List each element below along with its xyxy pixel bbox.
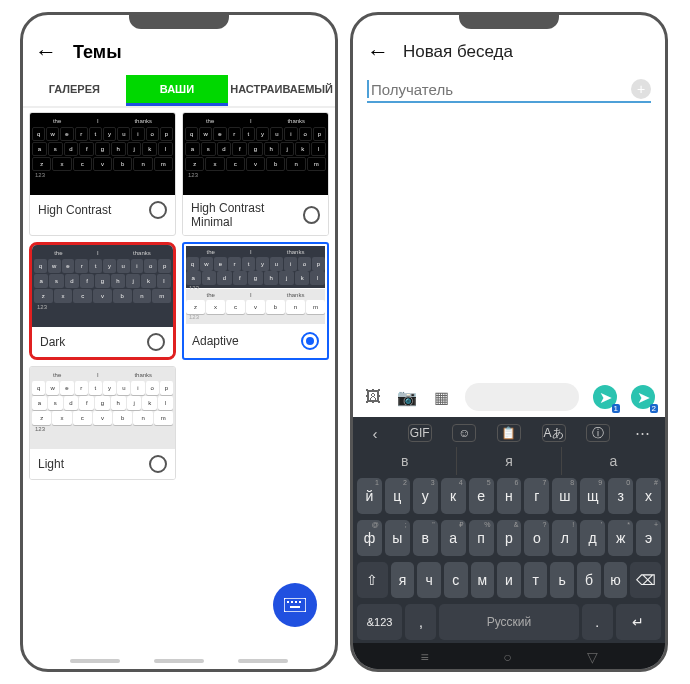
message-area [353, 105, 665, 377]
tab-yours[interactable]: ВАШИ [126, 75, 229, 106]
key-з[interactable]: з0 [608, 478, 633, 514]
compose-row: 🖼 📷 ▦ ➤1 ➤2 [353, 377, 665, 417]
key-ц[interactable]: ц2 [385, 478, 410, 514]
key-р[interactable]: р& [497, 520, 522, 556]
key-г[interactable]: г7 [524, 478, 549, 514]
prediction-1[interactable]: в [353, 447, 457, 475]
theme-radio[interactable] [301, 332, 319, 350]
key-row-4: &123 , Русский . ↵ [353, 601, 665, 643]
keyboard-fab[interactable] [273, 583, 317, 627]
prediction-row: в я а [353, 447, 665, 475]
theme-radio[interactable] [147, 333, 165, 351]
key-п[interactable]: п% [469, 520, 494, 556]
theme-radio[interactable] [303, 206, 320, 224]
more-icon[interactable]: ⋯ [631, 424, 655, 442]
enter-key[interactable]: ↵ [616, 604, 661, 640]
key-ю[interactable]: ю [604, 562, 628, 598]
theme-card-dark[interactable]: theIthanksqwertyuiopasdfghjklzxcvbnm123D… [29, 242, 176, 360]
recipient-field-row: + [367, 79, 651, 103]
send-sim2-button[interactable]: ➤2 [631, 385, 655, 409]
key-row-1: й1ц2у3к4е5н6г7ш8щ9з0х# [353, 475, 665, 517]
sticker-button[interactable]: ☺ [452, 424, 476, 442]
key-л[interactable]: л! [552, 520, 577, 556]
key-щ[interactable]: щ9 [580, 478, 605, 514]
recipient-input[interactable] [371, 81, 631, 98]
period-key[interactable]: . [582, 604, 613, 640]
symbols-key[interactable]: &123 [357, 604, 402, 640]
key-я[interactable]: я [391, 562, 415, 598]
key-в[interactable]: в" [413, 520, 438, 556]
gif-button[interactable]: GIF [408, 424, 432, 442]
key-ы[interactable]: ы; [385, 520, 410, 556]
key-ж[interactable]: ж* [608, 520, 633, 556]
apps-icon[interactable]: ▦ [431, 387, 451, 407]
key-х[interactable]: х# [636, 478, 661, 514]
key-е[interactable]: е5 [469, 478, 494, 514]
add-recipient-icon[interactable]: + [631, 79, 651, 99]
key-ч[interactable]: ч [417, 562, 441, 598]
theme-radio[interactable] [149, 201, 167, 219]
key-о[interactable]: о? [524, 520, 549, 556]
key-у[interactable]: у3 [413, 478, 438, 514]
nav-home[interactable]: ○ [503, 649, 511, 665]
translate-button[interactable]: Aあ [542, 424, 566, 442]
theme-card-light[interactable]: theIthanksqwertyuiopasdfghjklzxcvbnm123L… [29, 366, 176, 480]
message-input[interactable] [465, 383, 579, 411]
phone-screen-themes: ← Темы ГАЛЕРЕЯ ВАШИ НАСТРАИВАЕМЫЙ theIth… [20, 12, 338, 672]
key-й[interactable]: й1 [357, 478, 382, 514]
send-sim1-button[interactable]: ➤1 [593, 385, 617, 409]
notch [459, 15, 559, 29]
key-ш[interactable]: ш8 [552, 478, 577, 514]
theme-name: High Contrast Minimal [191, 201, 303, 229]
notch [129, 15, 229, 29]
nav-back[interactable]: ▽ [587, 649, 598, 665]
key-э[interactable]: э+ [636, 520, 661, 556]
key-и[interactable]: и [497, 562, 521, 598]
key-т[interactable]: т [524, 562, 548, 598]
nav-bar: ≡ ○ ▽ [353, 643, 665, 669]
theme-card-high-contrast[interactable]: theIthanksqwertyuiopasdfghjklzxcvbnm123H… [29, 112, 176, 236]
prediction-2[interactable]: я [457, 447, 561, 475]
key-б[interactable]: б [577, 562, 601, 598]
key-row-3: ⇧ячсмитьбю⌫ [353, 559, 665, 601]
theme-name: Adaptive [192, 334, 239, 348]
prediction-3[interactable]: а [562, 447, 665, 475]
back-arrow-icon[interactable]: ← [35, 39, 57, 65]
key-с[interactable]: с [444, 562, 468, 598]
chevron-left-icon[interactable]: ‹ [363, 424, 387, 442]
key-ф[interactable]: ф@ [357, 520, 382, 556]
keyboard: ‹ GIF ☺ 📋 Aあ ⓘ ⋯ в я а й1ц2у3к4е5н6г7ш8щ… [353, 417, 665, 669]
text-cursor [367, 80, 369, 98]
backspace-key[interactable]: ⌫ [630, 562, 661, 598]
back-arrow-icon[interactable]: ← [367, 39, 389, 65]
clipboard-button[interactable]: 📋 [497, 424, 521, 442]
info-button[interactable]: ⓘ [586, 424, 610, 442]
key-а[interactable]: а₽ [441, 520, 466, 556]
gesture-bar [23, 659, 335, 663]
nav-recent[interactable]: ≡ [420, 649, 428, 665]
key-к[interactable]: к4 [441, 478, 466, 514]
theme-card-adaptive[interactable]: theIthanksqwertyuiopasdfghjkl123theIthan… [182, 242, 329, 360]
tab-gallery[interactable]: ГАЛЕРЕЯ [23, 75, 126, 106]
svg-rect-2 [291, 601, 293, 603]
key-д[interactable]: д' [580, 520, 605, 556]
image-icon[interactable]: 🖼 [363, 387, 383, 407]
page-title: Темы [73, 42, 122, 63]
comma-key[interactable]: , [405, 604, 436, 640]
theme-card-high-contrast-minimal[interactable]: theIthanksqwertyuiopasdfghjklzxcvbnm123H… [182, 112, 329, 236]
key-м[interactable]: м [471, 562, 495, 598]
theme-radio[interactable] [149, 455, 167, 473]
keyboard-toolbar: ‹ GIF ☺ 📋 Aあ ⓘ ⋯ [353, 419, 665, 447]
theme-name: Dark [40, 335, 65, 349]
shift-key[interactable]: ⇧ [357, 562, 388, 598]
space-key[interactable]: Русский [439, 604, 578, 640]
svg-rect-1 [287, 601, 289, 603]
theme-name: Light [38, 457, 64, 471]
tab-custom[interactable]: НАСТРАИВАЕМЫЙ [228, 75, 335, 106]
phone-screen-messages: ← Новая беседа + 🖼 📷 ▦ ➤1 ➤2 ‹ GIF ☺ 📋 A… [350, 12, 668, 672]
key-row-2: ф@ы;в"а₽п%р&о?л!д'ж*э+ [353, 517, 665, 559]
key-ь[interactable]: ь [550, 562, 574, 598]
key-н[interactable]: н6 [497, 478, 522, 514]
svg-rect-3 [295, 601, 297, 603]
camera-icon[interactable]: 📷 [397, 387, 417, 407]
